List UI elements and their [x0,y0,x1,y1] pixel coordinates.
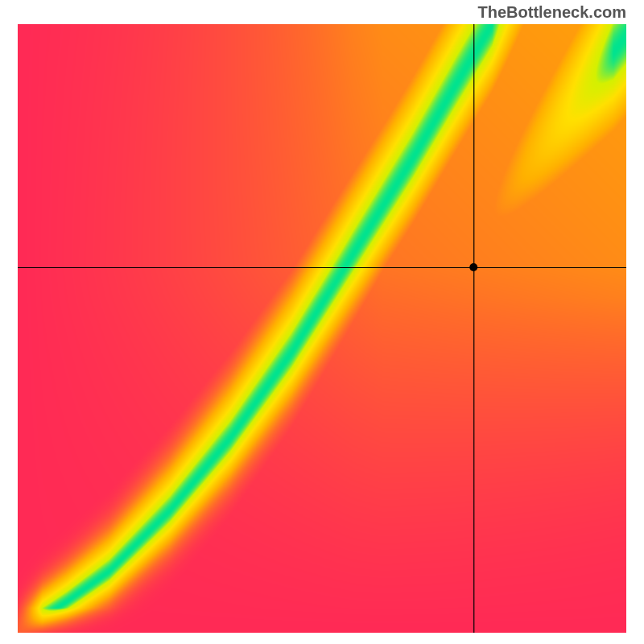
heatmap-canvas [18,24,626,633]
bottleneck-heatmap [18,24,626,633]
watermark-text: TheBottleneck.com [478,3,626,22]
